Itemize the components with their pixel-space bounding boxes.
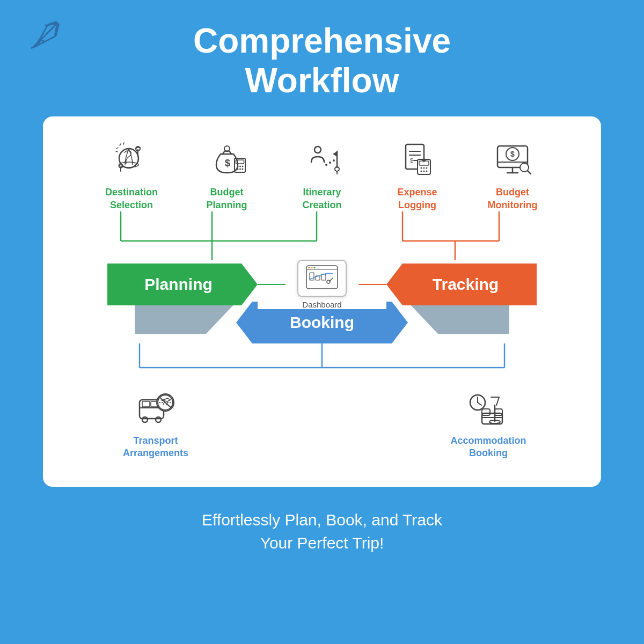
- svg-point-34: [426, 171, 427, 172]
- svg-point-13: [239, 169, 241, 170]
- main-title: Comprehensive Workflow: [11, 21, 633, 100]
- svg-point-29: [420, 167, 422, 169]
- svg-point-10: [239, 166, 241, 167]
- accommodation-icon: [467, 386, 510, 429]
- svg-point-72: [142, 417, 148, 422]
- svg-rect-70: [142, 401, 150, 407]
- svg-point-12: [237, 169, 238, 170]
- svg-point-63: [327, 280, 330, 283]
- top-icons-section: Destination Selection $: [70, 138, 574, 211]
- svg-text:$: $: [510, 150, 515, 158]
- itinerary-item: Itinerary Creation: [276, 138, 368, 211]
- svg-rect-84: [482, 409, 490, 415]
- svg-text:$: $: [225, 158, 230, 169]
- destination-label: Destination Selection: [105, 186, 158, 211]
- svg-point-32: [420, 171, 422, 172]
- footer-text: Effortlessly Plan, Book, and Track Your …: [191, 503, 453, 560]
- connector-lines-bottom: [70, 343, 574, 381]
- dashboard-label: Dashboard: [302, 300, 341, 309]
- svg-point-56: [309, 267, 310, 268]
- workflow-card: Destination Selection $: [43, 116, 601, 487]
- budget-planning-item: $ Budget Planning: [181, 138, 273, 211]
- svg-point-58: [314, 267, 316, 268]
- svg-point-11: [241, 166, 243, 167]
- svg-point-9: [237, 166, 238, 167]
- svg-point-15: [314, 147, 321, 153]
- svg-text:$: $: [410, 157, 413, 164]
- svg-point-5: [224, 146, 230, 151]
- svg-point-16: [325, 164, 327, 166]
- dashboard-icon: [306, 265, 338, 289]
- expense-icon: $: [396, 138, 439, 181]
- svg-point-17: [329, 162, 331, 164]
- budget-monitoring-item: $ Budget Monitoring: [467, 138, 558, 211]
- budget-planning-icon: $: [206, 138, 248, 181]
- budget-monitoring-icon: $: [491, 138, 534, 181]
- accommodation-item: Accommodation Booking: [435, 386, 542, 460]
- budget-monitoring-label: Budget Monitoring: [488, 186, 538, 211]
- bottom-section: Transport Arrangements: [70, 381, 574, 460]
- svg-point-33: [423, 171, 425, 172]
- airplane-icon: [27, 16, 64, 54]
- svg-point-18: [333, 159, 335, 162]
- planning-banner: Planning: [107, 264, 258, 305]
- svg-point-30: [423, 167, 425, 169]
- transport-item: Transport Arrangements: [102, 386, 209, 460]
- dashboard-box: [297, 260, 347, 297]
- svg-line-44: [528, 171, 531, 174]
- banner-row: Planning: [70, 260, 574, 309]
- destination-item: Destination Selection: [86, 138, 177, 211]
- expense-label: Expense Logging: [397, 186, 437, 211]
- transport-label: Transport Arrangements: [123, 435, 188, 460]
- svg-point-31: [426, 167, 427, 169]
- connector-lines-top: [70, 211, 574, 260]
- tracking-banner: Tracking: [386, 264, 537, 305]
- header: Comprehensive Workflow: [0, 0, 644, 116]
- svg-point-14: [241, 169, 243, 170]
- svg-line-80: [478, 402, 481, 405]
- svg-point-57: [311, 267, 313, 268]
- expense-item: $ Expense: [372, 138, 463, 211]
- budget-planning-label: Budget Planning: [207, 186, 247, 211]
- accommodation-label: Accommodation Booking: [450, 435, 526, 460]
- workflow-diagram: Destination Selection $: [70, 138, 574, 460]
- transport-icon: [134, 386, 177, 429]
- destination-icon: [110, 138, 153, 181]
- svg-point-73: [156, 417, 161, 422]
- itinerary-label: Itinerary Creation: [302, 186, 341, 211]
- itinerary-icon: [301, 138, 343, 181]
